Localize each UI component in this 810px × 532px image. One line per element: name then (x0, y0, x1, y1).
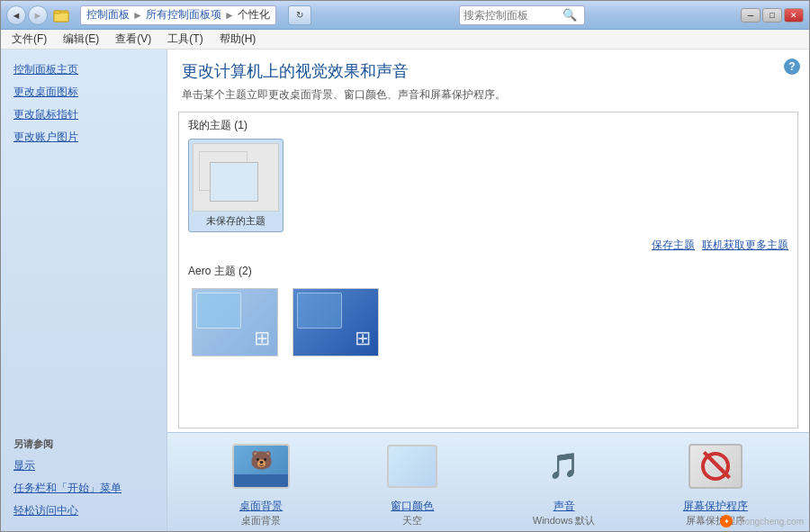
unsaved-theme-label: 未保存的主题 (206, 214, 266, 228)
sidebar-link-display[interactable]: 显示 (1, 455, 166, 477)
theme-item-aero2[interactable]: ⊞ (289, 284, 382, 360)
explorer-icon (53, 7, 69, 23)
sound-label[interactable]: 声音 (554, 499, 575, 514)
breadcrumb-sep1: ► (132, 9, 143, 22)
title-bar: ◄ ► 控制面板 ► 所有控制面板项 ► 个性化 ↻ (1, 1, 809, 30)
my-themes-label: 我的主题 (1) (179, 113, 797, 135)
maximize-button[interactable]: □ (762, 8, 782, 23)
search-bar[interactable]: 🔍 (459, 5, 585, 25)
minimize-button[interactable]: ─ (741, 8, 760, 23)
bottom-item-window-color[interactable]: 窗口颜色 天空 (358, 437, 466, 527)
my-themes-grid: 未保存的主题 (179, 135, 797, 236)
sidebar-link-account-pic[interactable]: 更改账户图片 (1, 126, 166, 149)
watermark-logo: ✦ (720, 515, 733, 527)
sound-notes-icon: 🎵 (548, 451, 580, 481)
aero-themes-grid: ⊞ ⊞ (179, 281, 797, 364)
wallpaper-icon-img: 🐻 (232, 444, 290, 489)
themes-scroll-area[interactable]: 我的主题 (1) 未保存的主题 保存主题 联机获取更多 (178, 112, 798, 428)
bottom-item-wallpaper[interactable]: 🐻 桌面背景 桌面背景 (207, 437, 315, 527)
sidebar-link-mouse[interactable]: 更改鼠标指针 (1, 104, 166, 126)
aero-preview-1: ⊞ (192, 288, 278, 356)
content-header: 更改计算机上的视觉效果和声音 单击某个主题立即更改桌面背景、窗口颜色、声音和屏幕… (167, 50, 809, 108)
sidebar-link-desktop-icon[interactable]: 更改桌面图标 (1, 81, 166, 104)
screensaver-label[interactable]: 屏幕保护程序 (683, 499, 748, 514)
main-window: ◄ ► 控制面板 ► 所有控制面板项 ► 个性化 ↻ (0, 0, 810, 532)
online-themes-link[interactable]: 联机获取更多主题 (702, 238, 788, 253)
menu-bar: 文件(F) 编辑(E) 查看(V) 工具(T) 帮助(H) (1, 30, 809, 50)
menu-help[interactable]: 帮助(H) (212, 30, 264, 49)
main-area: 控制面板主页 更改桌面图标 更改鼠标指针 更改账户图片 另请参阅 显示 任务栏和… (1, 50, 809, 531)
window-controls: ─ □ ✕ (734, 8, 804, 23)
page-subtitle: 单击某个主题立即更改桌面背景、窗口颜色、声音和屏幕保护程序。 (182, 87, 795, 103)
wallpaper-label[interactable]: 桌面背景 (239, 499, 283, 514)
save-theme-link[interactable]: 保存主题 (652, 238, 695, 253)
search-icon[interactable]: 🔍 (562, 8, 577, 22)
window-color-icon-img (387, 445, 437, 488)
svg-rect-2 (54, 11, 60, 14)
window-color-sublabel: 天空 (402, 514, 422, 527)
theme-preview-unsaved (193, 143, 279, 212)
sound-sublabel: Windows 默认 (533, 514, 596, 527)
sidebar-link-home[interactable]: 控制面板主页 (1, 59, 166, 81)
back-button[interactable]: ◄ (6, 5, 26, 25)
sound-icon: 🎵 (536, 437, 593, 495)
breadcrumb-part3: 个性化 (238, 7, 270, 23)
breadcrumb-part2[interactable]: 所有控制面板项 (146, 7, 221, 23)
bottom-bar: 🐻 桌面背景 桌面背景 窗口颜色 天空 � (167, 432, 809, 531)
theme-item-unsaved[interactable]: 未保存的主题 (188, 139, 284, 232)
close-button[interactable]: ✕ (784, 8, 804, 23)
forward-button[interactable]: ► (28, 5, 48, 25)
watermark: ✦ xitongcheng.com (720, 515, 804, 527)
theme-item-aero1[interactable]: ⊞ (188, 284, 282, 360)
breadcrumb-sep2: ► (224, 9, 235, 22)
refresh-button[interactable]: ↻ (288, 5, 311, 25)
watermark-text: xitongcheng.com (735, 517, 804, 527)
menu-file[interactable]: 文件(F) (4, 30, 54, 49)
screensaver-icon (687, 437, 744, 495)
wallpaper-icon: 🐻 (232, 437, 290, 495)
menu-view[interactable]: 查看(V) (108, 30, 158, 49)
menu-edit[interactable]: 编辑(E) (56, 30, 106, 49)
title-bar-left: ◄ ► 控制面板 ► 所有控制面板项 ► 个性化 ↻ (6, 5, 311, 25)
search-input[interactable] (464, 9, 562, 22)
sidebar: 控制面板主页 更改桌面图标 更改鼠标指针 更改账户图片 另请参阅 显示 任务栏和… (1, 50, 167, 531)
bottom-item-screensaver[interactable]: 屏幕保护程序 屏幕保护程序 (662, 437, 770, 527)
screensaver-icon-img (688, 444, 742, 489)
breadcrumb[interactable]: 控制面板 ► 所有控制面板项 ► 个性化 (80, 5, 276, 25)
sidebar-link-ease-access[interactable]: 轻松访问中心 (1, 500, 166, 522)
theme-links-row: 保存主题 联机获取更多主题 (179, 236, 797, 258)
menu-tools[interactable]: 工具(T) (160, 30, 210, 49)
page-title: 更改计算机上的视觉效果和声音 (182, 60, 795, 82)
help-icon[interactable]: ? (784, 59, 800, 75)
bottom-item-sound[interactable]: 🎵 声音 Windows 默认 (510, 437, 618, 527)
window-color-icon (383, 437, 441, 495)
aero-themes-label: Aero 主题 (2) (179, 258, 797, 281)
breadcrumb-part1[interactable]: 控制面板 (86, 7, 130, 23)
bear-emoji: 🐻 (250, 449, 273, 471)
wallpaper-sublabel: 桌面背景 (241, 514, 281, 527)
sidebar-link-taskbar[interactable]: 任务栏和「开始」菜单 (1, 477, 166, 500)
aero-preview-2: ⊞ (292, 288, 379, 356)
window-color-label[interactable]: 窗口颜色 (391, 499, 434, 514)
also-see-label: 另请参阅 (1, 425, 166, 455)
